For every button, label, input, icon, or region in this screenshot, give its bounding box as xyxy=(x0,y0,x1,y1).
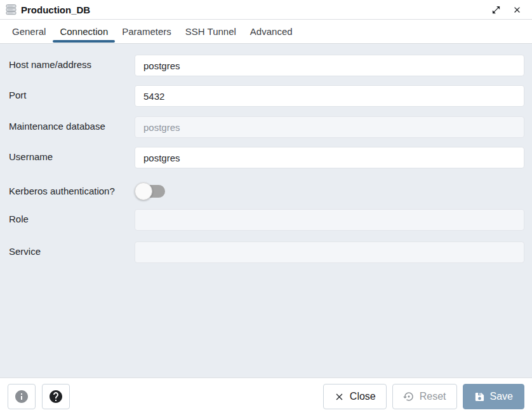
role-input[interactable] xyxy=(135,209,524,231)
username-input[interactable] xyxy=(135,147,524,168)
close-button[interactable]: Close xyxy=(323,384,387,409)
tab-general[interactable]: General xyxy=(5,20,53,43)
close-button-label: Close xyxy=(350,391,376,402)
username-label: Username xyxy=(9,147,135,163)
port-label: Port xyxy=(9,85,135,101)
reset-icon xyxy=(403,391,415,402)
save-icon xyxy=(474,391,485,402)
close-icon[interactable] xyxy=(511,4,523,16)
form-row-service: Service xyxy=(9,242,524,263)
host-input[interactable] xyxy=(135,55,524,76)
connection-form: Host name/address Port Maintenance datab… xyxy=(0,44,532,378)
form-row-maintenance-db: Maintenance database xyxy=(9,116,524,138)
dialog-footer: Close Reset Save xyxy=(0,378,532,415)
reset-button-label: Reset xyxy=(420,391,446,402)
service-label: Service xyxy=(9,242,135,257)
dialog-title: Production_DB xyxy=(21,4,90,15)
info-icon xyxy=(14,389,29,404)
save-button-label: Save xyxy=(490,391,513,402)
form-row-username: Username xyxy=(9,147,524,168)
maintenance-db-label: Maintenance database xyxy=(9,116,135,132)
dialog-titlebar: Production_DB xyxy=(0,0,532,20)
tab-advanced[interactable]: Advanced xyxy=(243,20,300,43)
form-row-kerberos: Kerberos authentication? xyxy=(9,181,524,200)
tab-connection[interactable]: Connection xyxy=(53,20,115,43)
kerberos-label: Kerberos authentication? xyxy=(9,181,135,197)
form-row-role: Role xyxy=(9,209,524,231)
server-icon xyxy=(5,3,18,16)
dialog-tabs: General Connection Parameters SSH Tunnel… xyxy=(0,20,532,44)
tab-ssh-tunnel[interactable]: SSH Tunnel xyxy=(178,20,243,43)
close-x-icon xyxy=(334,391,345,402)
host-label: Host name/address xyxy=(9,55,135,71)
service-input[interactable] xyxy=(135,242,524,263)
maintenance-db-input[interactable] xyxy=(135,116,524,138)
server-properties-dialog: Production_DB General Connection Paramet… xyxy=(0,0,532,415)
help-button[interactable] xyxy=(42,384,70,409)
form-row-host: Host name/address xyxy=(9,55,524,76)
role-label: Role xyxy=(9,209,135,225)
maximize-icon[interactable] xyxy=(490,4,502,16)
port-input[interactable] xyxy=(135,85,524,107)
save-button[interactable]: Save xyxy=(463,384,524,409)
sql-info-button[interactable] xyxy=(8,384,36,409)
kerberos-toggle[interactable] xyxy=(135,182,165,200)
toggle-knob xyxy=(135,182,152,200)
tab-parameters[interactable]: Parameters xyxy=(115,20,178,43)
form-row-port: Port xyxy=(9,85,524,107)
question-icon xyxy=(48,389,63,404)
reset-button[interactable]: Reset xyxy=(392,384,457,409)
